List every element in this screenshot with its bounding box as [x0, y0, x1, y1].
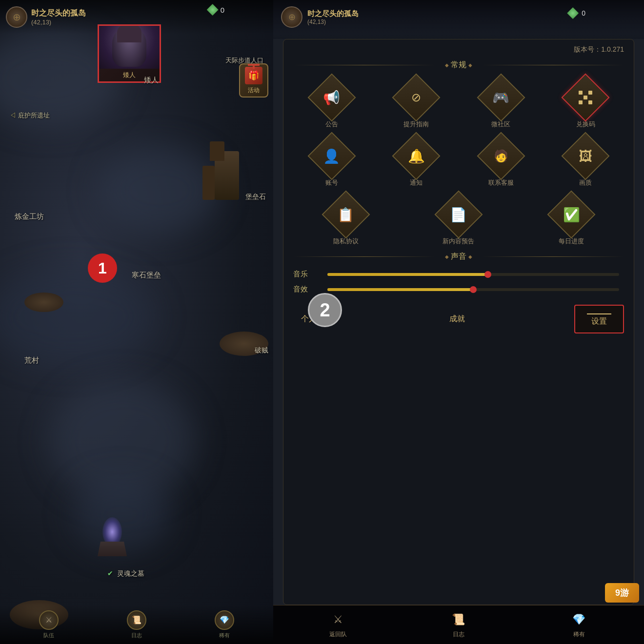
music-slider-fill	[327, 273, 488, 276]
support-icon: 🧑	[494, 149, 508, 163]
right-tab-log[interactable]: 📜 日志	[442, 607, 475, 643]
right-location-icon: ⊕	[281, 6, 302, 28]
step-1-indicator[interactable]: 1	[88, 254, 117, 283]
left-panel: ⊕ 时之尽头的孤岛 (42,13) 天际步道人口 矮人 0 🎁 活动 ◁ 庇护所…	[0, 0, 273, 644]
dwarf-label: 矮人	[144, 76, 159, 85]
coldstone-label: 寒石堡垒	[132, 271, 161, 280]
menu-icon-row-2: 👤 账号 🔔 通知 🧑 联系客服	[283, 137, 634, 187]
menu-item-notification[interactable]: 🔔 通知	[378, 137, 455, 187]
village-label: 荒村	[24, 356, 39, 365]
location-coords: (42,13)	[31, 19, 86, 26]
character-silhouette	[112, 28, 146, 67]
gift-icon: 🎁	[245, 67, 262, 84]
music-label: 音乐	[293, 270, 322, 279]
currency-display: 0	[207, 4, 224, 16]
menu-item-announcement[interactable]: 📢 公告	[293, 78, 370, 129]
redeem-icon-wrap	[566, 78, 605, 117]
music-slider-row: 音乐	[293, 270, 624, 279]
menu-item-preview[interactable]: 📄 新内容预告	[406, 195, 511, 246]
character-avatar	[99, 26, 160, 69]
menu-item-privacy[interactable]: 📋 隐私协议	[293, 195, 398, 246]
bottom-icon-1: ⚔	[39, 610, 59, 630]
settings-underline	[587, 313, 611, 314]
menu-item-redeem[interactable]: 兑换码	[547, 78, 624, 129]
sound-section: 音乐 音效	[283, 270, 634, 294]
bottom-icon-3: 💎	[215, 610, 234, 630]
check-icon: ✔	[107, 569, 113, 577]
jiuyou-text: 9游	[615, 587, 629, 599]
general-section-divider: 常规	[293, 60, 624, 70]
menu-item-guide[interactable]: ⊘ 提升指南	[378, 78, 455, 129]
menu-icon-row-3: 📋 隐私协议 📄 新内容预告 ✅ 每日进度	[283, 195, 634, 246]
alchemy-label: 炼金工坊	[15, 212, 44, 221]
castle-structure	[200, 141, 259, 219]
community-icon: 🎮	[492, 90, 509, 106]
sfx-slider-fill	[327, 288, 473, 291]
achievement-label: 成就	[449, 314, 465, 324]
character-name: 矮人	[123, 69, 136, 81]
achievement-button[interactable]: 成就	[442, 310, 473, 328]
right-currency: 0	[567, 7, 585, 19]
sfx-slider-row: 音效	[293, 285, 624, 294]
notification-icon-wrap: 🔔	[397, 137, 436, 176]
sfx-label: 音效	[293, 285, 322, 294]
sfx-slider-thumb[interactable]	[470, 286, 477, 293]
privacy-icon: 📋	[337, 207, 354, 223]
right-location-coords: (42,13)	[307, 19, 359, 25]
community-icon-wrap: 🎮	[482, 78, 521, 117]
activity-button[interactable]: 🎁 活动	[239, 63, 268, 98]
team-icon: ⚔	[329, 611, 347, 628]
settings-button[interactable]: 设置	[574, 305, 624, 333]
preview-icon: 📄	[450, 207, 467, 223]
announcement-icon: 📢	[323, 90, 340, 106]
divider-left	[293, 65, 435, 65]
team-label: 返回队	[329, 630, 347, 639]
log-label: 日志	[453, 630, 464, 639]
jiuyou-badge: 9游	[605, 583, 639, 603]
notification-icon: 🔔	[408, 148, 425, 164]
settings-label: 设置	[591, 316, 607, 327]
step-2-indicator[interactable]: 2	[308, 293, 342, 327]
sfx-slider-track[interactable]	[327, 288, 619, 291]
ruin-visual-2	[24, 293, 63, 312]
menu-item-support[interactable]: 🧑 联系客服	[463, 137, 540, 187]
bottom-btn-3[interactable]: 💎 稀有	[215, 610, 234, 639]
right-location-info: 时之尽头的孤岛 (42,13)	[307, 9, 359, 25]
right-tab-rare[interactable]: 💎 稀有	[563, 607, 596, 643]
bottom-icon-2: 📜	[127, 610, 146, 630]
gem-icon	[207, 4, 219, 16]
music-slider-thumb[interactable]	[484, 271, 491, 278]
daily-icon-wrap: ✅	[552, 195, 591, 234]
qr-code-icon	[579, 91, 592, 104]
location-info: 时之尽头的孤岛 (42,13)	[31, 8, 86, 26]
menu-item-community[interactable]: 🎮 微社区	[463, 78, 540, 129]
support-icon-wrap: 🧑	[482, 137, 521, 176]
right-tab-team[interactable]: ⚔ 返回队	[322, 607, 355, 643]
account-icon: 👤	[323, 148, 340, 164]
guide-icon: ⊘	[411, 91, 421, 104]
preview-icon-wrap: 📄	[439, 195, 478, 234]
broken-label: 破贼	[255, 346, 268, 355]
character-hood	[117, 24, 141, 42]
settings-panel: 版本号：1.0.271 常规 📢 公告 ⊘ 提	[283, 39, 634, 605]
menu-icon-row-1: 📢 公告 ⊘ 提升指南 🎮 微社区	[283, 78, 634, 129]
sound-divider-left	[293, 256, 435, 257]
bottom-btn-1[interactable]: ⚔ 队伍	[39, 610, 59, 639]
guide-icon-wrap: ⊘	[397, 78, 436, 117]
soul-text: 灵魂之墓	[117, 569, 144, 577]
menu-item-daily[interactable]: ✅ 每日进度	[519, 195, 624, 246]
quality-icon-wrap: 🖼	[566, 137, 605, 176]
music-slider-track[interactable]	[327, 273, 619, 276]
shelter-text: 庇护所遗址	[18, 112, 50, 119]
right-gem-icon	[567, 7, 579, 19]
menu-item-account[interactable]: 👤 账号	[293, 137, 370, 187]
activity-label: 活动	[248, 86, 260, 95]
location-icon: ⊕	[6, 6, 27, 28]
privacy-icon-wrap: 📋	[326, 195, 365, 234]
menu-item-quality[interactable]: 🖼 画质	[547, 137, 624, 187]
bottom-btn-2[interactable]: 📜 日志	[127, 610, 146, 639]
currency-value: 0	[221, 6, 224, 14]
character-avatar-box[interactable]: 矮人	[98, 24, 161, 83]
fortress-label: 堡垒石	[245, 193, 266, 201]
right-location-name: 时之尽头的孤岛	[307, 9, 359, 19]
